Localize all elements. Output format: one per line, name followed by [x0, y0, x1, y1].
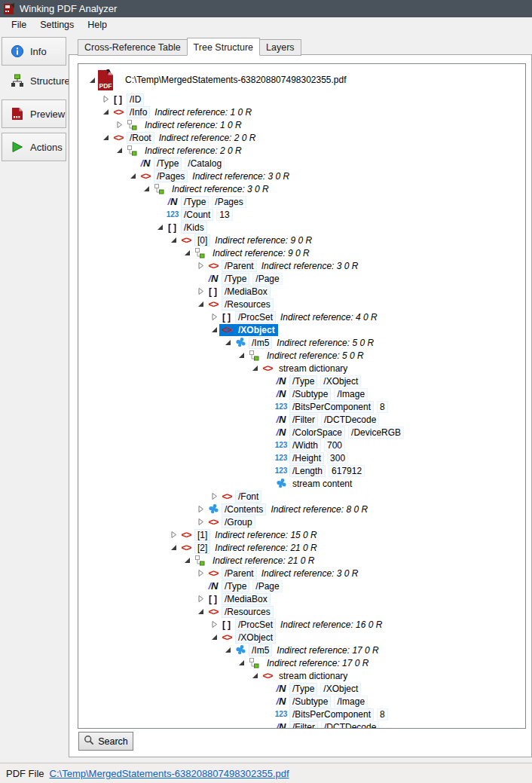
tree-row[interactable]: <>/Group: [80, 515, 525, 528]
dict-icon: <>: [111, 106, 126, 118]
tree-expander-collapsed-icon[interactable]: [196, 595, 206, 602]
tree-row[interactable]: Indirect reference: 9 0 R: [80, 246, 525, 259]
tree-row[interactable]: <>/XObject: [80, 323, 525, 336]
tree-expander-collapsed-icon[interactable]: [115, 121, 124, 128]
tree-row[interactable]: <>/Resources: [80, 605, 525, 618]
tree-row[interactable]: /N/Type/Catalog: [80, 157, 525, 170]
tree-node: 123/Height: [274, 452, 324, 464]
tree-expander-collapsed-icon[interactable]: [209, 314, 219, 320]
tree-row[interactable]: /N/Type/Page: [80, 580, 525, 592]
tree-row[interactable]: <>/ParentIndirect reference: 3 0 R: [80, 567, 525, 580]
tree-row[interactable]: <>[1]Indirect reference: 15 0 R: [80, 528, 525, 541]
tree-expander-expanded-icon[interactable]: [250, 672, 260, 679]
tree-expander-expanded-icon[interactable]: [209, 326, 219, 333]
tree-row[interactable]: /N/Filter/DCTDecode: [80, 413, 525, 426]
tree-row[interactable]: PDFC:\Temp\MergedStatements-638208807498…: [80, 67, 525, 93]
tree-expander-expanded-icon[interactable]: [128, 173, 138, 179]
tree-expander-collapsed-icon[interactable]: [101, 96, 111, 102]
tree-row[interactable]: Indirect reference: 21 0 R: [80, 554, 525, 567]
tree-row[interactable]: 123/BitsPerComponent8: [80, 400, 525, 413]
sidebar-item-info[interactable]: Info: [2, 37, 66, 66]
tree-row[interactable]: <>/ParentIndirect reference: 3 0 R: [80, 259, 525, 272]
tree-row[interactable]: 123/BitsPerComponent8: [80, 708, 525, 720]
tree-expander-expanded-icon[interactable]: [196, 301, 206, 307]
tree-expander-expanded-icon[interactable]: [182, 557, 192, 564]
tree-expander-expanded-icon[interactable]: [115, 147, 124, 154]
tree-row[interactable]: /ContentsIndirect reference: 8 0 R: [80, 503, 525, 515]
sidebar-item-actions[interactable]: Actions: [2, 133, 66, 161]
tree-expander-collapsed-icon[interactable]: [196, 518, 206, 525]
tree-row[interactable]: /Im5Indirect reference: 5 0 R: [80, 336, 525, 349]
tree-expander-expanded-icon[interactable]: [196, 608, 206, 615]
sidebar-item-structure[interactable]: Structure: [2, 66, 66, 95]
tree-row[interactable]: <>stream dictionary: [80, 669, 525, 682]
tree-row[interactable]: 123/Height300: [80, 451, 525, 464]
menu-item-file[interactable]: File: [5, 19, 33, 31]
tree-expander-expanded-icon[interactable]: [223, 339, 233, 346]
tree-expander-expanded-icon[interactable]: [237, 659, 246, 666]
tree-row[interactable]: Indirect reference: 17 0 R: [80, 656, 525, 669]
tree-row[interactable]: [ ]/MediaBox: [80, 285, 525, 298]
tree-expander-expanded-icon[interactable]: [101, 109, 111, 115]
sidebar-item-preview[interactable]: Preview: [2, 99, 66, 128]
tree-row[interactable]: 123/Count13: [80, 208, 525, 221]
tree-row[interactable]: /N/Type/Pages: [80, 195, 525, 208]
tree-row[interactable]: /N/Subtype/Image: [80, 387, 525, 400]
pdf-tree-view[interactable]: PDFC:\Temp\MergedStatements-638208807498…: [78, 63, 526, 729]
tree-expander-expanded-icon[interactable]: [155, 224, 165, 231]
tree-row[interactable]: [ ]/ProcSetIndirect reference: 4 0 R: [80, 310, 525, 323]
tree-row[interactable]: <>/Font: [80, 490, 525, 503]
tree-expander-expanded-icon[interactable]: [237, 352, 246, 359]
tree-expander-expanded-icon[interactable]: [169, 237, 179, 243]
tree-row[interactable]: /Im5Indirect reference: 17 0 R: [80, 644, 525, 656]
tree-expander-collapsed-icon[interactable]: [209, 493, 219, 500]
tree-row[interactable]: <>/InfoIndirect reference: 1 0 R: [80, 106, 525, 118]
tree-row[interactable]: <>/Resources: [80, 298, 525, 310]
tree-row[interactable]: [ ]/ID: [80, 93, 525, 106]
tab-layers[interactable]: Layers: [259, 39, 301, 56]
tree-expander-expanded-icon[interactable]: [223, 647, 233, 653]
tree-row[interactable]: 123/Width700: [80, 439, 525, 451]
tree-row[interactable]: <>/XObject: [80, 631, 525, 644]
tree-row[interactable]: <>[0]Indirect reference: 9 0 R: [80, 234, 525, 246]
tree-row[interactable]: [ ]/MediaBox: [80, 592, 525, 605]
tree-expander-expanded-icon[interactable]: [169, 544, 179, 551]
tree-row[interactable]: <>stream dictionary: [80, 362, 525, 375]
tree-expander-expanded-icon[interactable]: [209, 634, 219, 641]
node-label: /Filter: [289, 414, 318, 426]
tree-expander-collapsed-icon[interactable]: [196, 288, 206, 295]
menu-item-help[interactable]: Help: [81, 19, 114, 31]
tree-row[interactable]: Indirect reference: 1 0 R: [80, 118, 525, 131]
search-button[interactable]: Search: [78, 732, 133, 751]
tree-expander-collapsed-icon[interactable]: [169, 531, 179, 538]
tree-row[interactable]: <>[2]Indirect reference: 21 0 R: [80, 541, 525, 554]
tree-expander-collapsed-icon[interactable]: [196, 570, 206, 577]
tree-expander-collapsed-icon[interactable]: [209, 621, 219, 628]
tree-row[interactable]: /N/Type/XObject: [80, 375, 525, 387]
tree-row[interactable]: 123/Length617912: [80, 464, 525, 477]
tab-cross-reference-table[interactable]: Cross-Reference Table: [78, 39, 188, 56]
tree-expander-expanded-icon[interactable]: [182, 249, 192, 256]
tree-row[interactable]: /N/ColorSpace/DeviceRGB: [80, 426, 525, 439]
tree-row[interactable]: [ ]/Kids: [80, 221, 525, 234]
tree-expander-expanded-icon[interactable]: [101, 134, 111, 141]
tree-expander-expanded-icon[interactable]: [250, 365, 260, 372]
tab-tree-structure[interactable]: Tree Structure: [187, 38, 260, 56]
tree-row[interactable]: stream content: [80, 477, 525, 490]
tree-expander-expanded-icon[interactable]: [142, 185, 151, 192]
tree-row[interactable]: /N/Subtype/Image: [80, 695, 525, 708]
tree-row[interactable]: [ ]/ProcSetIndirect reference: 16 0 R: [80, 618, 525, 631]
tree-row[interactable]: <>/PagesIndirect reference: 3 0 R: [80, 170, 525, 182]
tree-row[interactable]: Indirect reference: 3 0 R: [80, 182, 525, 195]
tree-row[interactable]: Indirect reference: 2 0 R: [80, 144, 525, 157]
tree-expander-collapsed-icon[interactable]: [196, 262, 206, 269]
tree-expander-collapsed-icon[interactable]: [196, 506, 206, 512]
tree-row[interactable]: Indirect reference: 5 0 R: [80, 349, 525, 362]
menu-item-settings[interactable]: Settings: [33, 19, 81, 31]
tree-expander-expanded-icon[interactable]: [87, 77, 97, 84]
pdf-file-link[interactable]: C:\Temp\MergedStatements-638208807498302…: [50, 768, 289, 779]
tree-row[interactable]: /N/Filter/DCTDecode: [80, 720, 525, 729]
tree-row[interactable]: /N/Type/Page: [80, 272, 525, 285]
tree-row[interactable]: <>/RootIndirect reference: 2 0 R: [80, 131, 525, 144]
tree-row[interactable]: /N/Type/XObject: [80, 682, 525, 695]
